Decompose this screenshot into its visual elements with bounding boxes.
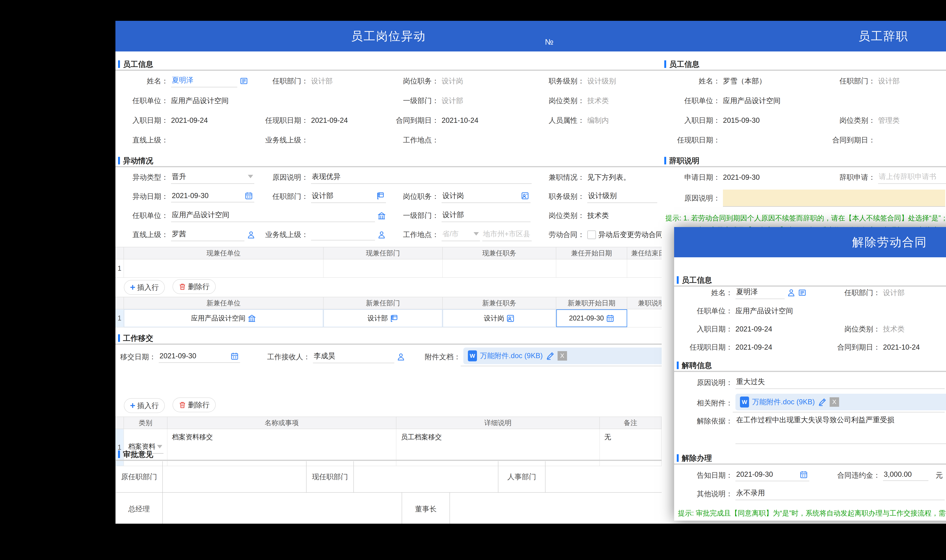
reason-label: 原因说明： xyxy=(669,193,720,203)
section-resign-note: 辞职说明 xyxy=(661,155,946,167)
basis-input[interactable]: 在工作过程中出现重大失误导致公司利益严重受损 xyxy=(735,414,946,444)
name-input[interactable]: 夏明泽 xyxy=(171,75,237,88)
person-icon[interactable] xyxy=(787,288,795,297)
field-row: 异动类型： 晋升 原因说明： 表现优异 兼职情况： 见下方列表。 xyxy=(115,168,661,187)
parttime-note-cell[interactable] xyxy=(627,309,661,327)
contact-card-icon[interactable] xyxy=(240,77,248,85)
calendar-icon[interactable] xyxy=(245,191,253,200)
notice-date-input[interactable]: 2021-09-30 xyxy=(735,469,809,481)
unit-yuan: 元 xyxy=(935,471,943,480)
other-note-input[interactable]: 永不录用 xyxy=(735,487,944,500)
current-parttime-table: 现兼任单位 现兼任部门 现兼任职务 兼任开始日期 兼任结束日期 1 xyxy=(115,247,661,278)
field-row: 任职单位： 应用产品设计空间 一级部门： 设计部 岗位类别： 技术类 xyxy=(115,206,661,225)
col-header: 现兼任单位 xyxy=(124,247,323,259)
city-input[interactable]: 地市州+市区县 xyxy=(482,228,532,241)
calendar-icon[interactable] xyxy=(230,352,239,360)
attachment-chip[interactable]: W万能附件.doc (9KB)X xyxy=(463,348,661,364)
agent-label: 经办人： xyxy=(944,378,946,388)
handover-date-input[interactable]: 2021-09-30 xyxy=(159,351,240,363)
start-date-cell[interactable]: 2021-09-30 xyxy=(556,309,627,327)
gm-opinion-cell[interactable] xyxy=(163,493,402,524)
apply-date-value: 2021-09-30 xyxy=(723,173,760,182)
no-renew-label: 本人不续签合同： xyxy=(940,193,946,203)
attachment-chip[interactable]: W万能附件.doc (9KB)X xyxy=(735,394,946,410)
building-icon[interactable] xyxy=(377,211,386,220)
new-dept-cell[interactable]: 设计部 xyxy=(323,309,443,327)
calendar-icon[interactable] xyxy=(606,314,615,323)
col-header: 详细说明 xyxy=(396,417,600,429)
notice-date-label: 告知日期： xyxy=(682,471,733,480)
remove-attachment-button[interactable]: X xyxy=(830,397,839,407)
section-title: 员工信息 xyxy=(664,58,946,69)
current-dept-opinion-cell[interactable] xyxy=(354,461,498,492)
job-icon[interactable] xyxy=(506,314,515,323)
job-icon[interactable] xyxy=(521,191,529,200)
new-job-input[interactable]: 设计岗 xyxy=(441,190,531,203)
new-dept-label: 任职部门： xyxy=(255,192,308,201)
receiver-label: 工作接收人： xyxy=(252,352,310,362)
penalty-input[interactable]: 3,000.00 xyxy=(883,469,928,481)
delete-row-button[interactable]: 删除行 xyxy=(172,279,216,294)
reason-input[interactable] xyxy=(723,189,945,207)
section-title: 解除办理 xyxy=(677,452,946,463)
line-manager-input[interactable]: 罗茜 xyxy=(171,228,245,241)
penalty-label: 合同违约金： xyxy=(812,471,880,480)
person-icon[interactable] xyxy=(397,352,405,361)
sign-icon[interactable] xyxy=(546,352,555,360)
new-dept1-input[interactable]: 设计部 xyxy=(441,209,531,222)
change-date-label: 异动日期： xyxy=(115,192,168,201)
new-job-label: 岗位职务： xyxy=(386,192,439,201)
new-dept-input[interactable]: 设计部 xyxy=(311,190,386,203)
current-post-date-label: 任现职日期： xyxy=(255,115,308,125)
orig-dept-opinion-cell[interactable] xyxy=(163,461,306,492)
person-icon[interactable] xyxy=(377,231,386,239)
delete-row-button[interactable]: 删除行 xyxy=(172,397,216,412)
department-icon[interactable] xyxy=(390,314,398,323)
biz-manager-input[interactable] xyxy=(311,229,375,240)
field-row: 任职单位： 应用产品设计空间 职务级别： 设计级别 xyxy=(661,91,946,111)
contact-card-icon[interactable] xyxy=(798,288,806,297)
rank-label: 职务级别： xyxy=(532,76,585,86)
reason-input[interactable]: 重大过失 xyxy=(735,376,944,389)
process-fields: 告知日期： 2021-09-30 合同违约金： 3,000.00元 补偿金： 3… xyxy=(674,466,946,518)
new-rank-input[interactable]: 设计级别 xyxy=(587,190,657,203)
remove-attachment-button[interactable]: X xyxy=(558,351,567,361)
change-type-select[interactable]: 晋升 xyxy=(171,171,254,184)
receiver-input[interactable]: 李成昊 xyxy=(313,351,394,363)
field-row: 其他说明： 永不录用 xyxy=(674,484,946,503)
new-job-cell[interactable]: 设计岗 xyxy=(443,309,556,327)
table-row[interactable]: 1 应用产品设计空间 设计部 设计岗 2021-09-30 xyxy=(115,309,661,328)
resign-letter-upload[interactable]: 请上传辞职申请书 xyxy=(878,171,946,184)
reason-label: 原因说明： xyxy=(255,172,308,182)
name-input[interactable]: 夏明泽 xyxy=(735,286,784,299)
name-value: 罗雪（本部） xyxy=(723,76,766,86)
reason-input[interactable]: 表现优异 xyxy=(311,171,532,184)
change-type-label: 异动类型： xyxy=(115,172,168,182)
new-unit-cell[interactable]: 应用产品设计空间 xyxy=(124,309,323,327)
building-icon[interactable] xyxy=(248,314,256,323)
reason-label: 原因说明： xyxy=(682,378,733,388)
attachment-file-name[interactable]: 万能附件.doc (9KB) xyxy=(480,351,543,361)
dept1-label: 一级部门： xyxy=(386,96,439,106)
province-select[interactable]: 省/市 xyxy=(441,228,480,241)
basis-label: 解除依据： xyxy=(682,414,733,426)
calendar-icon[interactable] xyxy=(799,470,808,479)
section-termination-process: 解除办理 xyxy=(674,452,946,465)
dept-value: 设计部 xyxy=(311,76,332,86)
person-icon[interactable] xyxy=(247,231,255,239)
chairman-opinion-cell[interactable] xyxy=(450,493,661,524)
hire-date-label: 入职日期： xyxy=(669,115,720,125)
contract-change-checkbox[interactable] xyxy=(587,231,596,239)
sign-icon[interactable] xyxy=(818,398,827,406)
resignation-header: 员工辞职 № xyxy=(661,21,946,51)
insert-row-button[interactable]: +插入行 xyxy=(124,280,165,295)
unit-value: 应用产品设计空间 xyxy=(723,96,780,106)
hr-dept-opinion-cell[interactable] xyxy=(546,461,661,492)
change-date-input[interactable]: 2021-09-30 xyxy=(171,191,254,202)
department-icon[interactable] xyxy=(376,191,385,200)
approval-row: 原任职部门 现任职部门 人事部门 xyxy=(116,461,661,493)
new-unit-input[interactable]: 应用产品设计空间 xyxy=(171,209,375,222)
insert-row-button[interactable]: +插入行 xyxy=(124,398,165,413)
table-row[interactable]: 1 xyxy=(115,259,661,278)
attachment-file-name[interactable]: 万能附件.doc (9KB) xyxy=(752,397,815,407)
